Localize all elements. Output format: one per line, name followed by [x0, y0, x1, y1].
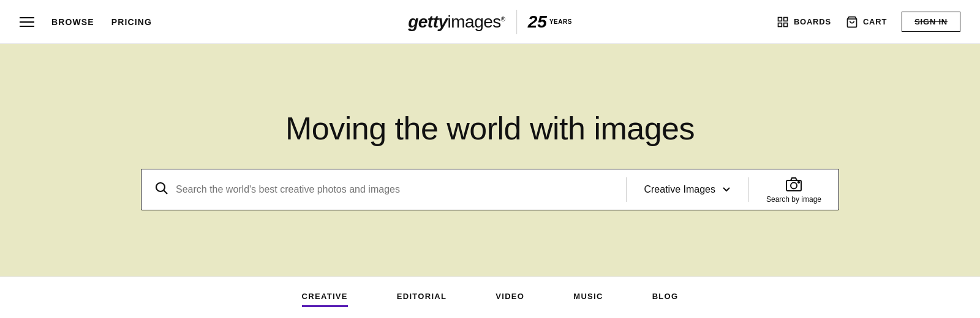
logo-divider — [516, 10, 517, 34]
cart-label: CART — [863, 17, 887, 26]
boards-link[interactable]: BOARDS — [777, 16, 831, 28]
search-input[interactable] — [176, 184, 614, 195]
boards-label: BOARDS — [794, 17, 831, 26]
svg-rect-1 — [784, 17, 788, 21]
pricing-link[interactable]: PRICING — [111, 17, 152, 27]
boards-icon — [777, 16, 789, 28]
svg-rect-3 — [784, 23, 788, 26]
sign-in-button[interactable]: SIGN IN — [902, 12, 960, 32]
header-right: BOARDS CART SIGN IN — [777, 12, 960, 32]
logo-getty: getty — [408, 12, 447, 31]
svg-line-6 — [164, 191, 168, 194]
anniversary-years: YEARS — [549, 18, 572, 25]
image-search-label: Search by image — [766, 195, 821, 204]
site-header: BROWSE PRICING gettyimages® 25 YEARS BOA… — [0, 0, 980, 44]
menu-icon[interactable] — [20, 17, 34, 27]
logo-images: images — [448, 12, 501, 31]
hero-section: Moving the world with images Creative Im… — [0, 44, 980, 276]
svg-point-8 — [791, 183, 797, 189]
browse-link[interactable]: BROWSE — [51, 17, 94, 27]
chevron-down-icon — [722, 184, 731, 196]
tab-creative[interactable]: CREATIVE — [302, 292, 348, 303]
logo[interactable]: gettyimages® — [408, 12, 505, 32]
search-icon — [154, 180, 168, 199]
hero-title: Moving the world with images — [285, 110, 695, 147]
anniversary-badge: 25 YEARS — [528, 12, 572, 32]
tab-editorial[interactable]: EDITORIAL — [397, 292, 447, 303]
search-bar: Creative Images Search by image — [141, 169, 839, 210]
svg-point-9 — [798, 182, 799, 183]
logo-registered: ® — [501, 15, 505, 22]
cart-icon — [846, 16, 858, 28]
tab-video[interactable]: VIDEO — [496, 292, 524, 303]
svg-point-5 — [156, 183, 165, 191]
camera-icon — [785, 176, 802, 193]
svg-rect-0 — [778, 17, 782, 21]
search-input-section[interactable] — [141, 180, 626, 199]
tab-blog[interactable]: BLOG — [652, 292, 679, 303]
header-left: BROWSE PRICING — [20, 17, 152, 27]
cart-link[interactable]: CART — [846, 16, 887, 28]
tab-music[interactable]: MUSIC — [573, 292, 603, 303]
category-nav: CREATIVE EDITORIAL VIDEO MUSIC BLOG — [0, 276, 980, 318]
category-dropdown[interactable]: Creative Images — [627, 184, 748, 196]
header-center-logo: gettyimages® 25 YEARS — [408, 10, 572, 34]
anniversary-number: 25 — [528, 12, 547, 32]
image-search-button[interactable]: Search by image — [749, 176, 839, 204]
svg-rect-2 — [778, 23, 782, 26]
category-label: Creative Images — [644, 184, 715, 195]
